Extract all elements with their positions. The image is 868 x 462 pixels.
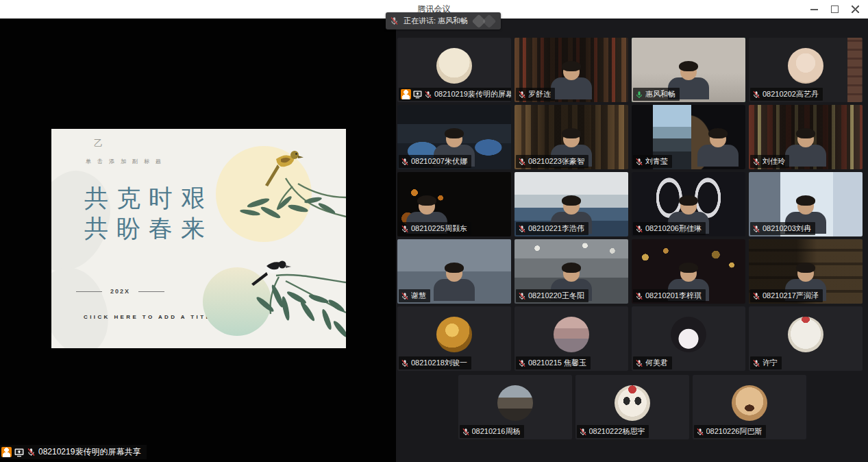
screen-share-pill: 08210219裴传明的屏幕共享 xyxy=(0,445,147,459)
host-icon xyxy=(1,447,12,457)
participant-avatar xyxy=(788,317,823,352)
bamboo-birds-illustration-icon xyxy=(182,129,346,348)
participant-nameplate: 何美君 xyxy=(633,356,672,369)
participant-name: 刘青莹 xyxy=(645,156,668,167)
mic-muted-icon xyxy=(752,292,760,300)
close-button[interactable] xyxy=(845,0,865,19)
participant-name: 08210201李梓琪 xyxy=(645,291,702,301)
close-icon xyxy=(852,5,859,13)
participant-name: 08210223张豪智 xyxy=(528,156,584,167)
participant-tile[interactable]: 谢慧 xyxy=(397,239,511,304)
participant-nameplate: 08210223张豪智 xyxy=(516,155,588,168)
participant-tile[interactable]: 08210220王冬阳 xyxy=(514,239,628,304)
participant-tile[interactable]: 惠风和畅 xyxy=(632,38,745,102)
minimize-button[interactable] xyxy=(804,0,824,19)
participant-name: 08210217严润泽 xyxy=(762,291,819,301)
mic-muted-icon xyxy=(579,428,587,436)
screen-share-icon xyxy=(14,448,24,457)
mic-muted-icon xyxy=(462,428,470,436)
participant-name: 罗舒连 xyxy=(528,89,551,99)
participant-nameplate: 08210216周杨 xyxy=(460,425,525,438)
speaking-banner-label: 正在讲话: 惠风和畅 xyxy=(404,16,468,26)
participant-name: 08210206邢佳琳 xyxy=(645,223,702,234)
participant-tile[interactable]: 08210201李梓琪 xyxy=(632,239,745,304)
participant-avatar xyxy=(732,385,767,421)
participant-tile[interactable]: 08210226阿巴斯 xyxy=(693,375,806,439)
participant-tile[interactable]: 08210216周杨 xyxy=(458,375,572,439)
participant-tile[interactable]: 许宁 xyxy=(749,306,863,371)
participant-nameplate: 08210226阿巴斯 xyxy=(694,425,767,438)
shared-presentation-slide: 乙 单击添加副标题 共克时艰 共盼春来 202X CIICK HERE TO A… xyxy=(51,129,346,348)
mic-muted-icon xyxy=(518,90,526,99)
participant-name: 刘佳玲 xyxy=(762,156,785,167)
participant-nameplate: 08210201李梓琪 xyxy=(633,289,706,302)
screen-share-pill-label: 08210219裴传明的屏幕共享 xyxy=(38,446,140,458)
participant-grid: 08210219裴传明的屏幕... 罗舒连 xyxy=(397,38,863,371)
screen-share-icon xyxy=(413,90,422,99)
participant-name: 08210216周杨 xyxy=(472,426,521,437)
participant-tile[interactable]: 08210218刘骏一 xyxy=(397,306,511,371)
participant-tile[interactable]: 08210206邢佳琳 xyxy=(632,172,745,236)
mic-muted-icon xyxy=(518,292,526,300)
participant-tile[interactable]: 08210223张豪智 xyxy=(514,105,628,169)
magpie-bird xyxy=(251,261,291,287)
participant-name: 08210219裴传明的屏幕... xyxy=(434,89,511,99)
participant-tile[interactable]: 08210203刘冉 xyxy=(749,172,863,236)
speaking-banner: 正在讲话: 惠风和畅 xyxy=(386,12,501,29)
mic-active-icon xyxy=(635,90,643,99)
participant-nameplate: 刘佳玲 xyxy=(750,155,789,168)
participant-name: 08210220王冬阳 xyxy=(528,291,584,301)
meeting-window: 腾讯会议 乙 单击添加副标题 共克时艰 共盼春来 202X xyxy=(0,0,868,462)
mic-muted-icon xyxy=(401,225,409,233)
mic-muted-icon xyxy=(635,292,643,300)
participant-nameplate: 08210219裴传明的屏幕... xyxy=(399,88,511,101)
participant-tile[interactable]: 08210207朱伏娜 xyxy=(397,105,511,169)
participant-tile[interactable]: 08210219裴传明的屏幕... xyxy=(397,38,511,102)
minimize-icon xyxy=(810,9,818,10)
slide-year-row: 202X xyxy=(76,288,164,295)
participant-tile[interactable]: 08210215 焦馨玉 xyxy=(514,306,628,371)
participant-tile[interactable]: 刘佳玲 xyxy=(749,105,863,169)
participant-nameplate: 谢慧 xyxy=(399,289,430,302)
slide-watermark xyxy=(51,258,121,348)
participant-nameplate: 08210215 焦馨玉 xyxy=(516,356,591,369)
participant-tile[interactable]: 罗舒连 xyxy=(514,38,628,102)
slide-subtitle-placeholder: 单击添加副标题 xyxy=(86,158,167,165)
participant-name: 08210202高艺丹 xyxy=(762,89,819,99)
mic-muted-icon xyxy=(752,158,760,166)
participant-nameplate: 08210207朱伏娜 xyxy=(399,155,471,168)
host-icon xyxy=(401,89,411,99)
participant-name: 08210203刘冉 xyxy=(762,223,811,234)
participant-tile[interactable]: 刘青莹 xyxy=(632,105,745,169)
participant-avatar xyxy=(788,48,823,84)
participant-avatar xyxy=(497,385,533,421)
calligraphy-stamp-icon: 乙 xyxy=(94,137,103,149)
participant-tile[interactable]: 08210221李浩伟 xyxy=(514,172,628,236)
participant-name: 惠风和畅 xyxy=(645,89,675,99)
participant-nameplate: 08210202高艺丹 xyxy=(750,88,823,101)
participant-bottom-row: 08210216周杨 08210222杨思宇 08210226阿巴斯 xyxy=(396,375,868,439)
maximize-button[interactable] xyxy=(824,0,845,19)
participant-tile[interactable]: 08210202高艺丹 xyxy=(749,38,863,102)
participant-name: 08210222杨思宇 xyxy=(589,426,645,437)
participant-avatar xyxy=(554,317,589,352)
participant-nameplate: 许宁 xyxy=(750,356,782,369)
mic-muted-icon xyxy=(27,448,36,457)
mic-muted-icon xyxy=(401,292,409,300)
participant-grid-region: 08210219裴传明的屏幕... 罗舒连 xyxy=(396,19,868,462)
participant-nameplate: 08210225周颢东 xyxy=(399,222,471,235)
faded-avatar xyxy=(482,14,497,28)
participant-tile[interactable]: 08210225周颢东 xyxy=(397,172,511,236)
participant-tile[interactable]: 08210217严润泽 xyxy=(749,239,863,304)
participant-name: 08210226阿巴斯 xyxy=(706,426,762,437)
participant-nameplate: 惠风和畅 xyxy=(633,88,680,101)
participant-silhouette xyxy=(694,131,742,169)
participant-name: 08210207朱伏娜 xyxy=(411,156,467,167)
participant-nameplate: 08210221李浩伟 xyxy=(516,222,588,235)
participant-tile[interactable]: 08210222杨思宇 xyxy=(575,375,689,439)
participant-tile[interactable]: 何美君 xyxy=(632,306,745,371)
participant-name: 何美君 xyxy=(645,358,668,368)
mic-muted-icon xyxy=(752,225,760,233)
participant-nameplate: 08210222杨思宇 xyxy=(577,425,649,438)
mic-muted-icon xyxy=(401,359,409,367)
